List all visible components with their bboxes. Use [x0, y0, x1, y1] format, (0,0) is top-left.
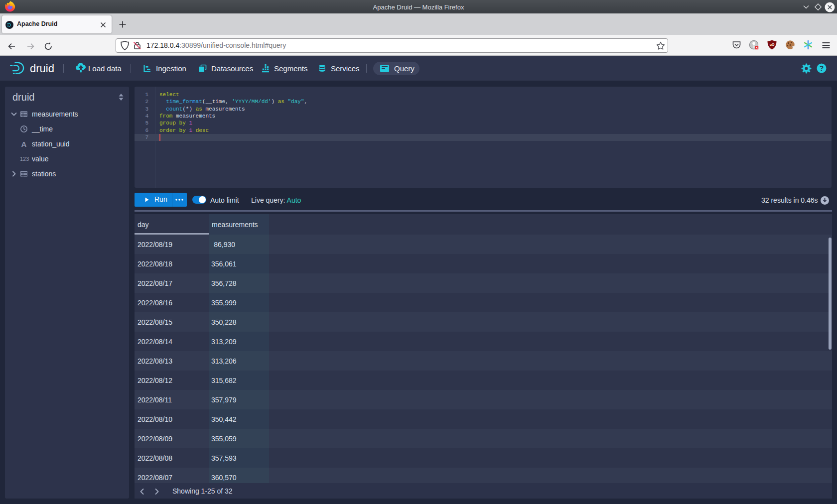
svg-text:?: ?: [820, 64, 824, 72]
svg-text:uO: uO: [770, 43, 775, 46]
